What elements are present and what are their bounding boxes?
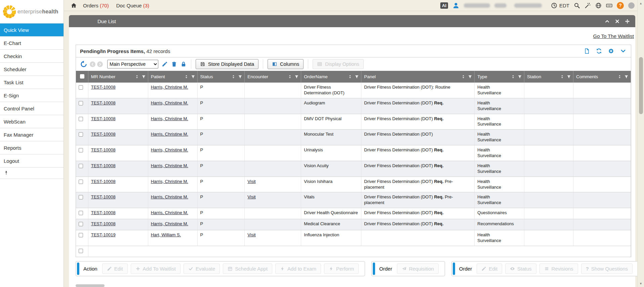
sidebar-item-fax-manager[interactable]: Fax Manager xyxy=(0,128,64,141)
gear-icon[interactable] xyxy=(608,48,614,54)
patient-link[interactable]: Harris, Christine M. xyxy=(151,210,188,215)
row-checkbox[interactable] xyxy=(79,164,83,168)
refresh-icon[interactable] xyxy=(596,48,602,54)
patient-link[interactable]: Harris, Christine M. xyxy=(151,116,188,121)
row-checkbox[interactable] xyxy=(79,195,83,199)
collapse-panel-icon[interactable] xyxy=(605,19,610,24)
mr-number-link[interactable]: TEST-10008 xyxy=(91,194,116,199)
globe-icon[interactable] xyxy=(595,2,602,9)
ai-badge[interactable]: AI xyxy=(440,2,448,9)
column-header-ordername[interactable]: OrderName xyxy=(301,71,361,83)
nav-orders[interactable]: Orders (70) xyxy=(83,3,109,8)
sort-icon[interactable] xyxy=(461,74,466,79)
wand-icon[interactable] xyxy=(585,2,591,9)
perspective-select[interactable]: Main Perspective xyxy=(107,60,158,68)
history-forward-button[interactable] xyxy=(97,61,103,67)
patient-link[interactable]: Hart, William S. xyxy=(151,232,181,237)
patient-link[interactable]: Harris, Christine M. xyxy=(151,179,188,184)
sort-icon[interactable] xyxy=(511,74,515,79)
sidebar-item-reports[interactable]: Reports xyxy=(0,141,64,154)
patient-link[interactable]: Harris, Christine M. xyxy=(151,221,188,226)
mr-number-link[interactable]: TEST-10008 xyxy=(91,210,116,215)
patient-link[interactable]: Harris, Christine M. xyxy=(151,100,188,105)
visit-link[interactable]: Visit xyxy=(247,194,255,199)
pin-icon[interactable] xyxy=(4,171,9,176)
sidebar-item-quick-view[interactable]: Quick View xyxy=(0,23,64,37)
patient-link[interactable]: Harris, Christine M. xyxy=(151,132,188,137)
sort-icon[interactable] xyxy=(184,74,189,79)
vertical-scrollbar-thumb[interactable] xyxy=(639,57,643,114)
column-header-patient[interactable]: Patient xyxy=(148,71,197,83)
column-header-panel[interactable]: Panel xyxy=(361,71,475,83)
sort-icon[interactable] xyxy=(617,74,622,79)
row-checkbox[interactable] xyxy=(79,148,83,152)
sidebar-item-control-panel[interactable]: Control Panel xyxy=(0,102,64,115)
mr-number-link[interactable]: TEST-10008 xyxy=(91,163,116,168)
mr-number-link[interactable]: TEST-10008 xyxy=(91,100,116,105)
filter-icon[interactable] xyxy=(468,75,472,79)
scroll-up-arrow[interactable]: ▲ xyxy=(638,2,644,5)
sidebar-item-e-sign[interactable]: E-Sign xyxy=(0,89,64,102)
patient-link[interactable]: Harris, Christine M. xyxy=(151,194,188,199)
new-document-icon[interactable] xyxy=(584,48,590,54)
row-checkbox[interactable] xyxy=(79,85,83,90)
patient-link[interactable]: Harris, Christine M. xyxy=(151,147,188,152)
sort-icon[interactable] xyxy=(288,74,292,79)
sort-icon[interactable] xyxy=(231,74,236,79)
column-header-mr-number[interactable]: MR Number xyxy=(88,71,148,83)
filter-icon[interactable] xyxy=(518,75,522,79)
filter-icon[interactable] xyxy=(238,75,242,79)
column-header-encounter[interactable]: Encounter xyxy=(245,71,301,83)
status-circle-icon[interactable] xyxy=(628,2,635,9)
sort-icon[interactable] xyxy=(348,74,352,79)
patient-link[interactable]: Harris, Christine M. xyxy=(151,163,188,168)
scroll-down-arrow[interactable]: ▼ xyxy=(638,282,644,285)
sidebar-item-task-list[interactable]: Task List xyxy=(0,76,64,89)
mr-number-link[interactable]: TEST-10008 xyxy=(91,85,116,90)
user-icon[interactable] xyxy=(452,2,459,9)
mr-number-link[interactable]: TEST-10008 xyxy=(91,132,116,137)
delete-perspective-icon[interactable] xyxy=(171,61,177,67)
mr-number-link[interactable]: TEST-10008 xyxy=(91,221,116,226)
sidebar-item-checkin[interactable]: Checkin xyxy=(0,50,64,63)
horizontal-scrollbar-thumb[interactable] xyxy=(76,284,105,287)
filter-icon[interactable] xyxy=(142,75,146,79)
sort-icon[interactable] xyxy=(560,74,564,79)
row-checkbox[interactable] xyxy=(79,222,83,226)
undo-icon[interactable] xyxy=(80,60,87,68)
sidebar-item-logout[interactable]: Logout xyxy=(0,154,64,168)
column-header-type[interactable]: Type xyxy=(475,71,524,83)
mr-number-link[interactable]: TEST-10019 xyxy=(91,232,116,237)
sidebar-item-e-chart[interactable]: E-Chart xyxy=(0,37,64,50)
history-back-button[interactable] xyxy=(90,61,95,67)
clock-icon[interactable] xyxy=(551,2,557,9)
sidebar-item-scheduler[interactable]: Scheduler xyxy=(0,63,64,76)
sort-icon[interactable] xyxy=(135,74,139,79)
row-checkbox[interactable] xyxy=(79,249,83,253)
edit-perspective-icon[interactable] xyxy=(162,61,168,67)
row-checkbox[interactable] xyxy=(79,233,83,237)
help-icon[interactable]: ? xyxy=(617,2,624,9)
collapse-grid-icon[interactable] xyxy=(620,48,626,54)
filter-icon[interactable] xyxy=(355,75,359,79)
row-checkbox[interactable] xyxy=(79,117,83,121)
keyboard-icon[interactable] xyxy=(606,2,612,9)
sidebar-item-webscan[interactable]: WebScan xyxy=(0,115,64,128)
move-panel-icon[interactable] xyxy=(625,19,630,24)
row-checkbox[interactable] xyxy=(79,180,83,184)
visit-link[interactable]: Visit xyxy=(247,232,255,237)
mr-number-link[interactable]: TEST-10008 xyxy=(91,179,116,184)
go-to-waitlist-link[interactable]: Go To The Waitlist xyxy=(593,33,634,39)
filter-icon[interactable] xyxy=(624,75,629,79)
vertical-scrollbar[interactable]: ▲ ▼ xyxy=(637,0,644,287)
row-checkbox[interactable] xyxy=(79,101,83,105)
nav-doc-queue[interactable]: Doc Queue (3) xyxy=(116,3,149,8)
patient-link[interactable]: Harris, Christine M. xyxy=(151,85,188,90)
close-panel-icon[interactable] xyxy=(615,19,620,24)
home-icon[interactable] xyxy=(71,2,77,9)
visit-link[interactable]: Visit xyxy=(247,179,255,184)
lock-perspective-icon[interactable] xyxy=(180,61,187,67)
mr-number-link[interactable]: TEST-10008 xyxy=(91,116,116,121)
column-header-comments[interactable]: Comments xyxy=(573,71,631,83)
store-displayed-data-button[interactable]: Store Displayed Data xyxy=(196,59,258,69)
